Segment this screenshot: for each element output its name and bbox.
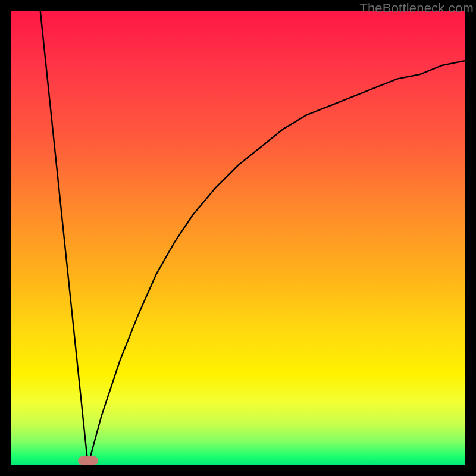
optimum-marker xyxy=(78,456,98,465)
watermark-text: TheBottleneck.com xyxy=(359,1,474,16)
bottleneck-plot-frame: TheBottleneck.com xyxy=(0,0,476,476)
curve-left-branch xyxy=(40,11,88,465)
curve-right-branch xyxy=(88,61,465,465)
bottleneck-plot-area xyxy=(11,11,465,465)
bottleneck-curve xyxy=(11,11,465,465)
